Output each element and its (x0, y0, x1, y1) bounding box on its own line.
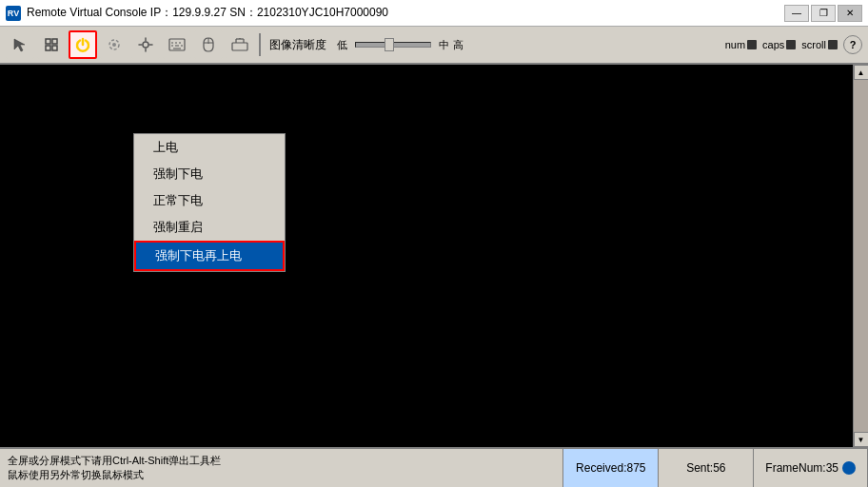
toolbar: 图像清晰度 低 中 高 num caps scroll ? (0, 27, 868, 65)
scrollbar[interactable]: ▲ ▼ (853, 65, 868, 447)
framenum-indicator (842, 461, 856, 475)
context-menu: 上电 强制下电 正常下电 强制重启 强制下电再上电 (133, 133, 286, 272)
toolbar-separator (259, 33, 261, 56)
toolbar-refresh-button[interactable] (100, 30, 128, 59)
menu-item-force-restart[interactable]: 强制重启 (134, 214, 285, 241)
title-bar: RV Remote Virtual Console IP：129.9.9.27 … (0, 0, 868, 27)
status-line2: 鼠标使用另外常切换鼠标模式 (8, 468, 555, 482)
window-controls: — ❐ ✕ (784, 5, 862, 22)
svg-rect-2 (46, 46, 50, 50)
help-button[interactable]: ? (843, 35, 862, 54)
scroll-up-arrow[interactable]: ▲ (854, 65, 869, 80)
main-console-area: ▲ ▼ 上电 强制下电 正常下电 强制重启 强制下电再上电 (0, 65, 868, 447)
scroll-led (828, 40, 838, 49)
status-received: Received:875 (563, 449, 659, 487)
menu-item-force-off[interactable]: 强制下电 (134, 161, 285, 187)
scroll-down-arrow[interactable]: ▼ (854, 432, 869, 447)
scroll-track[interactable] (854, 80, 868, 432)
caps-led (786, 40, 796, 49)
clarity-label: 图像清晰度 (269, 37, 326, 53)
svg-rect-1 (52, 39, 57, 44)
toolbar-mouse-button[interactable] (194, 30, 223, 59)
toolbar-pointer-button[interactable] (6, 30, 34, 59)
caps-lock-indicator: caps (762, 39, 796, 50)
slider-thumb[interactable] (385, 38, 394, 51)
clarity-slider-area: 低 中 高 (337, 38, 464, 52)
status-left-text: 全屏或分屏模式下请用Ctrl-Alt-Shift弹出工具栏 鼠标使用另外常切换鼠… (0, 449, 562, 487)
clarity-slider[interactable] (355, 42, 431, 48)
toolbar-status-indicators: num caps scroll ? (725, 35, 862, 54)
menu-item-force-reboot[interactable]: 强制下电再上电 (134, 241, 285, 271)
menu-item-normal-off[interactable]: 正常下电 (134, 187, 285, 214)
toolbar-fullscreen-button[interactable] (37, 30, 66, 59)
svg-point-5 (112, 43, 116, 47)
svg-point-6 (143, 42, 148, 48)
num-lock-indicator: num (725, 39, 757, 50)
window-title: Remote Virtual Console IP：129.9.9.27 SN：… (27, 5, 784, 21)
status-framenum: FrameNum:35 (754, 449, 868, 487)
num-label: num (725, 39, 745, 50)
menu-item-power-on[interactable]: 上电 (134, 134, 285, 161)
num-led (747, 40, 757, 49)
close-button[interactable]: ✕ (838, 5, 862, 22)
status-bar: 全屏或分屏模式下请用Ctrl-Alt-Shift弹出工具栏 鼠标使用另外常切换鼠… (0, 447, 868, 487)
caps-label: caps (762, 39, 784, 50)
toolbar-network-button[interactable] (226, 30, 254, 59)
app-icon: RV (6, 6, 21, 21)
svg-rect-3 (52, 46, 57, 50)
svg-rect-17 (232, 43, 247, 50)
maximize-button[interactable]: ❐ (811, 5, 836, 22)
scroll-label: scroll (801, 39, 826, 50)
clarity-low: 低 (337, 38, 347, 52)
clarity-high: 高 (453, 38, 464, 52)
scroll-lock-indicator: scroll (801, 39, 838, 50)
svg-rect-0 (46, 39, 50, 44)
status-panels: Received:875 Sent:56 FrameNum:35 (562, 449, 868, 487)
toolbar-keyboard-button[interactable] (163, 30, 191, 59)
toolbar-settings-button[interactable] (131, 30, 160, 59)
framenum-label: FrameNum:35 (765, 461, 838, 475)
clarity-mid: 中 (439, 38, 449, 52)
toolbar-power-button[interactable] (69, 30, 97, 59)
minimize-button[interactable]: — (784, 5, 809, 22)
status-sent: Sent:56 (659, 449, 754, 487)
status-line1: 全屏或分屏模式下请用Ctrl-Alt-Shift弹出工具栏 (8, 454, 555, 468)
